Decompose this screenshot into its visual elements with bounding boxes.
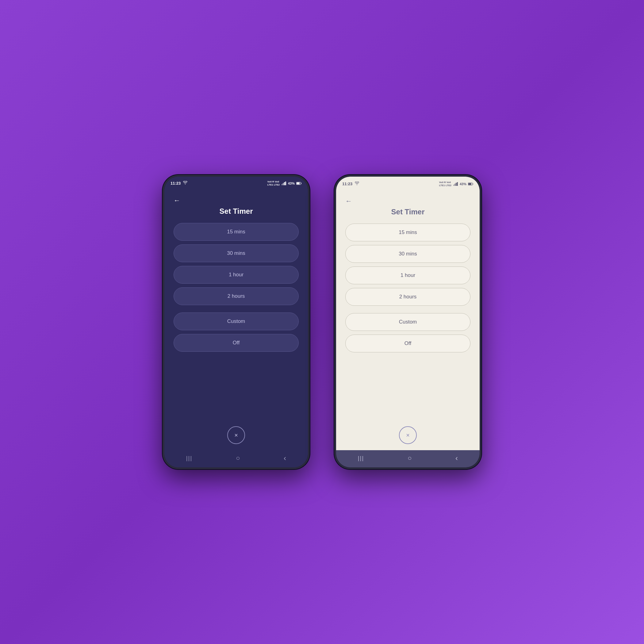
power-button-light [481,232,481,250]
svg-rect-1 [283,183,284,185]
timer-15mins-light[interactable]: 15 mins [345,224,470,241]
svg-rect-11 [468,183,471,185]
nav-back-light[interactable]: ‹ [455,454,458,462]
svg-rect-6 [453,185,454,186]
status-right: Vo0 R Vo0 LTE1 LTE2 43% [267,180,302,186]
svg-rect-5 [297,182,300,184]
timer-custom-light[interactable]: Custom [345,313,470,331]
wifi-icon [183,181,187,186]
nav-home-dark[interactable]: ○ [236,454,240,462]
notch-spacer [174,187,299,192]
battery-text-light: 43% [460,182,466,186]
svg-rect-0 [282,184,282,185]
nav-bar-dark: ||| ○ ‹ [164,450,308,467]
volume-down-button [163,260,163,278]
nav-home-light[interactable]: ○ [408,454,412,462]
screen-content-light: ← Set Timer 15 mins 30 mins 1 hour 2 hou… [336,188,480,450]
status-left: 11:23 [171,181,187,186]
svg-rect-8 [456,183,457,186]
signal-text-light: Vo0 R Vo0 LTE1 LTE2 [439,181,451,187]
nav-lines-dark[interactable]: ||| [186,455,192,462]
timer-custom-dark[interactable]: Custom [174,312,299,330]
timer-off-dark[interactable]: Off [174,334,299,352]
power-button [309,232,310,250]
status-time-light: 11:23 [342,182,352,186]
screen-title-dark: Set Timer [174,207,299,216]
status-time: 11:23 [171,181,181,186]
phone-screen-dark: 11:23 Vo0 R Vo0 LTE1 LTE2 [164,177,308,467]
silent-button-light [334,223,335,234]
notch-spacer-light [345,188,470,192]
status-bar-light: 11:23 Vo0 R Vo0 LTE1 LTE2 [336,177,480,188]
back-button-light[interactable]: ← [345,197,470,205]
battery-text: 43% [288,182,295,185]
timer-off-light[interactable]: Off [345,335,470,352]
status-right-light: Vo0 R Vo0 LTE1 LTE2 43% [439,181,473,187]
phone-screen-light: 11:23 Vo0 R Vo0 LTE1 LTE2 [336,177,480,467]
close-button-light[interactable]: × [399,426,417,444]
svg-rect-7 [454,184,455,186]
phone-dark: 11:23 Vo0 R Vo0 LTE1 LTE2 [163,175,310,469]
timer-1hour-dark[interactable]: 1 hour [174,266,299,284]
screen-title-light: Set Timer [345,208,470,216]
timer-1hour-light[interactable]: 1 hour [345,266,470,284]
volume-down-button-light [334,260,335,278]
volume-up-button [163,238,163,256]
svg-rect-9 [457,182,458,186]
signal-text: Vo0 R Vo0 LTE1 LTE2 [267,180,280,186]
nav-lines-light[interactable]: ||| [358,455,364,462]
status-left-light: 11:23 [342,182,359,186]
svg-rect-3 [285,182,286,185]
nav-back-dark[interactable]: ‹ [284,454,286,462]
back-button-dark[interactable]: ← [174,197,299,205]
close-button-dark[interactable]: × [227,426,245,444]
timer-15mins-dark[interactable]: 15 mins [174,223,299,241]
timer-2hours-dark[interactable]: 2 hours [174,287,299,305]
screen-content-dark: ← Set Timer 15 mins 30 mins 1 hour 2 hou… [164,187,308,450]
timer-2hours-light[interactable]: 2 hours [345,288,470,306]
timer-30mins-dark[interactable]: 30 mins [174,244,299,262]
wifi-icon-light [355,182,359,186]
status-bar-dark: 11:23 Vo0 R Vo0 LTE1 LTE2 [164,177,308,187]
volume-up-button-light [334,238,335,256]
timer-30mins-light[interactable]: 30 mins [345,245,470,263]
svg-rect-2 [284,182,285,185]
phone-light: 11:23 Vo0 R Vo0 LTE1 LTE2 [334,175,481,469]
nav-bar-light: ||| ○ ‹ [336,450,480,467]
silent-button [163,223,163,234]
